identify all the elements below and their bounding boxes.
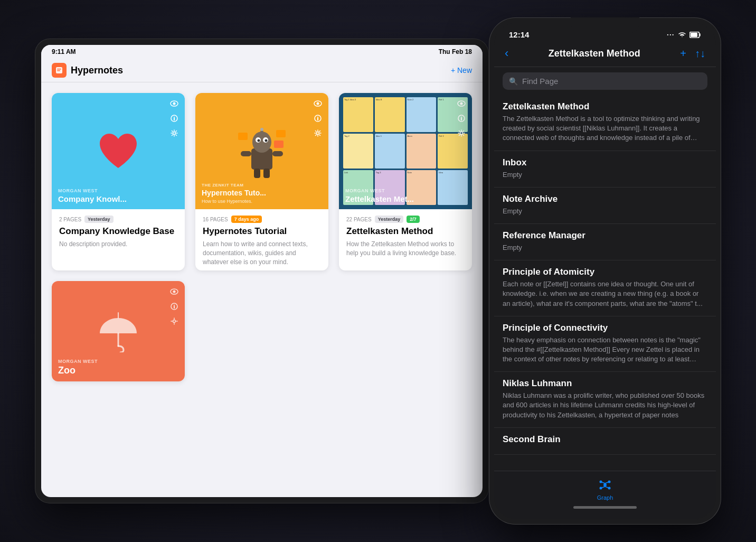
list-item-preview-1: Empty <box>503 170 707 180</box>
iphone-notch <box>571 17 639 33</box>
svg-point-46 <box>603 483 607 487</box>
list-item-inbox[interactable]: Inbox Empty <box>494 151 716 188</box>
svg-rect-34 <box>461 117 462 118</box>
svg-rect-29 <box>274 141 284 148</box>
svg-rect-45 <box>691 33 697 37</box>
list-item-title-0: Zettelkasten Method <box>503 101 707 112</box>
info-icon-4[interactable] <box>169 301 179 312</box>
info-icon[interactable] <box>169 113 179 124</box>
card-zettel-badge: Yesterday <box>375 216 404 223</box>
battery-icon <box>689 32 701 38</box>
card-company-title: Company Knowledge Base <box>59 226 177 237</box>
card-zettel-actions <box>456 98 467 138</box>
card-company-stats: 2 PAGES Yesterday <box>59 216 177 223</box>
back-button[interactable]: ‹ <box>505 46 508 60</box>
card-company-author: MORGAN WEST <box>58 188 178 193</box>
gear-icon-4[interactable] <box>169 316 179 326</box>
ipad-second-row: MORGAN WEST Zoo <box>41 281 483 381</box>
card-company-badge: Yesterday <box>84 216 114 223</box>
svg-point-4 <box>173 102 176 105</box>
svg-rect-26 <box>263 169 270 178</box>
robot-illustration <box>238 122 286 180</box>
notebook-card-tutorial[interactable]: THE ZENKIT TEAM Hypernotes Tuto... How t… <box>195 93 328 270</box>
graph-tab-label: Graph <box>597 494 613 501</box>
card-tutorial-cover-title: Hypernotes Tuto... <box>202 189 322 198</box>
list-item-reference-manager[interactable]: Reference Manager Empty <box>494 224 716 260</box>
eye-icon-3[interactable] <box>456 98 467 109</box>
iphone-tab-bar: Graph <box>494 471 716 519</box>
wifi-icon <box>678 32 686 38</box>
graph-tab[interactable]: Graph <box>597 478 613 501</box>
svg-rect-2 <box>57 70 60 71</box>
card-company-meta: 2 PAGES Yesterday Company Knowledge Base… <box>52 209 185 253</box>
card-company-cover-title: Company Knowl... <box>58 194 178 204</box>
ipad-time: 9:11 AM <box>52 48 76 55</box>
list-item-title-6: Niklas Luhmann <box>503 378 707 389</box>
ipad-status-bar: 9:11 AM Thu Feb 18 <box>41 45 483 59</box>
search-placeholder: Find Page <box>522 77 558 86</box>
add-button[interactable]: + <box>680 48 686 60</box>
ipad-device: 9:11 AM Thu Feb 18 Hypernotes + New <box>35 39 489 503</box>
notebook-card-company[interactable]: MORGAN WEST Company Knowl... 2 PAGES Yes… <box>52 93 185 270</box>
iphone-search-bar[interactable]: 🔍 Find Page <box>494 67 716 95</box>
nav-actions: + ↑↓ <box>680 48 705 60</box>
graph-icon <box>598 478 612 492</box>
info-icon-2[interactable] <box>313 113 323 124</box>
list-item-title-3: Reference Manager <box>503 230 707 241</box>
card-zettel-label: MORGAN WEST Zettelkasten Met... <box>339 183 472 209</box>
card-zettel-pages: 22 PAGES <box>346 217 372 222</box>
svg-rect-23 <box>241 151 251 156</box>
card-company-desc: No description provided. <box>59 240 177 249</box>
svg-point-31 <box>460 102 463 105</box>
notebook-card-zettel[interactable]: Tag 1 Idea 3 Idea B Note 2 Ref 1 Tag 2 I… <box>339 93 472 270</box>
search-bar-inner[interactable]: 🔍 Find Page <box>503 72 707 90</box>
iphone-device: 12:14 ••• ‹ Zettelkasten Method <box>489 17 721 525</box>
sort-button[interactable]: ↑↓ <box>695 48 705 60</box>
svg-rect-1 <box>57 69 61 70</box>
list-item-preview-3: Empty <box>503 243 707 253</box>
ipad-date: Thu Feb 18 <box>439 48 472 55</box>
svg-point-37 <box>173 291 176 293</box>
list-item-atomicity[interactable]: Principle of Atomicity Each note or [[Ze… <box>494 260 716 316</box>
iphone-page-list: Zettelkasten Method The Zettelkasten Met… <box>494 95 716 471</box>
iphone-screen: 12:14 ••• ‹ Zettelkasten Method <box>494 23 716 519</box>
list-item-zettelkasten-method[interactable]: Zettelkasten Method The Zettelkasten Met… <box>494 95 716 151</box>
svg-point-41 <box>173 320 176 323</box>
list-item-second-brain[interactable]: Second Brain <box>494 428 716 455</box>
svg-point-19 <box>258 139 260 142</box>
home-indicator <box>573 506 637 509</box>
eye-icon-4[interactable] <box>169 286 179 297</box>
notebook-card-zoo[interactable]: MORGAN WEST Zoo <box>52 281 185 381</box>
gear-icon-2[interactable] <box>313 128 323 138</box>
list-item-niklas-luhmann[interactable]: Niklas Luhmann Niklas Luhmann was a prol… <box>494 372 716 428</box>
iphone-time: 12:14 <box>509 30 529 39</box>
iphone-nav-bar: ‹ Zettelkasten Method + ↑↓ <box>494 42 716 67</box>
list-item-title-4: Principle of Atomicity <box>503 267 707 277</box>
ipad-notebook-grid: MORGAN WEST Company Knowl... 2 PAGES Yes… <box>41 82 483 281</box>
card-zettel-title: Zettelkasten Method <box>346 226 465 237</box>
svg-rect-12 <box>317 118 318 120</box>
gear-icon-3[interactable] <box>456 128 467 138</box>
list-item-preview-5: The heavy emphasis on connection between… <box>503 335 707 365</box>
card-zoo-author: MORGAN WEST <box>58 359 178 364</box>
gear-icon[interactable] <box>169 128 179 138</box>
card-actions <box>169 98 179 138</box>
card-tutorial-pages: 16 PAGES <box>203 217 228 222</box>
list-item-preview-4: Each note or [[Zettel]] contains one ide… <box>503 279 707 309</box>
eye-icon-2[interactable] <box>313 98 323 109</box>
card-zettel-desc: How the Zettelkasten Method works to hel… <box>346 240 465 258</box>
card-tutorial-badge: 7 days ago <box>231 216 262 223</box>
ipad-screen: 9:11 AM Thu Feb 18 Hypernotes + New <box>41 45 483 497</box>
list-item-note-archive[interactable]: Note Archive Empty <box>494 188 716 224</box>
list-item-title-7: Second Brain <box>503 434 707 445</box>
card-tutorial-label: THE ZENKIT TEAM Hypernotes Tuto... How t… <box>195 177 328 209</box>
list-item-title-2: Note Archive <box>503 194 707 204</box>
info-icon-3[interactable] <box>456 113 467 124</box>
card-zoo-actions <box>169 286 179 326</box>
svg-point-8 <box>173 132 176 135</box>
list-item-connectivity[interactable]: Principle of Connectivity The heavy emph… <box>494 316 716 372</box>
eye-icon[interactable] <box>169 98 179 109</box>
new-button[interactable]: + New <box>451 66 472 74</box>
svg-rect-6 <box>174 118 175 120</box>
card-company-pages: 2 PAGES <box>59 217 81 222</box>
